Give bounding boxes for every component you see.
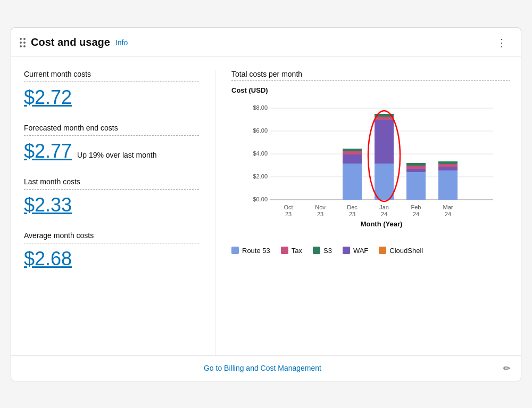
- current-month-label: Current month costs: [24, 70, 199, 78]
- bar-chart-svg: $8.00 $6.00 $4.00 $2.00 $0.00 Oct 23 Nov…: [231, 97, 510, 236]
- legend-color-waf: [343, 247, 350, 254]
- info-link[interactable]: Info: [115, 38, 128, 47]
- svg-text:$0.00: $0.00: [253, 196, 268, 202]
- forecasted-sub: Up 19% over last month: [77, 151, 156, 159]
- bar-jan24-tax: [375, 117, 394, 120]
- legend-label-s3: S3: [323, 247, 332, 255]
- bar-dec23-route53: [343, 164, 362, 200]
- bar-feb24-s3: [406, 163, 426, 166]
- edit-icon[interactable]: ✏: [503, 363, 510, 373]
- legend-label-waf: WAF: [353, 247, 368, 255]
- last-month-block: Last month costs $2.33: [24, 177, 199, 216]
- legend-label-route53: Route 53: [242, 247, 270, 255]
- svg-text:Month (Year): Month (Year): [361, 220, 403, 228]
- left-panel: Current month costs $2.72 Forecasted mon…: [24, 70, 215, 355]
- legend-waf: WAF: [343, 247, 368, 255]
- svg-text:Feb: Feb: [411, 204, 421, 210]
- legend-color-s3: [313, 247, 320, 254]
- last-month-value[interactable]: $2.33: [24, 194, 199, 216]
- bar-dec23-waf: [343, 154, 362, 164]
- legend-cloudshell: CloudShell: [379, 247, 423, 255]
- widget-header: Cost and usage Info ⋮: [11, 28, 521, 57]
- bar-feb24-tax: [406, 166, 426, 169]
- average-block: Average month costs $2.68: [24, 231, 199, 270]
- svg-text:24: 24: [445, 211, 451, 217]
- bar-mar24-tax: [438, 164, 458, 167]
- bar-feb24-route53: [406, 172, 426, 200]
- last-month-label: Last month costs: [24, 177, 199, 186]
- bar-mar24-s3: [438, 161, 458, 164]
- y-axis-title: Cost (USD): [231, 86, 510, 94]
- svg-text:$4.00: $4.00: [253, 150, 268, 157]
- svg-text:$2.00: $2.00: [253, 173, 268, 179]
- legend-route53: Route 53: [231, 247, 270, 255]
- legend-s3: S3: [313, 247, 332, 255]
- bar-dec23-s3: [343, 149, 362, 151]
- average-label: Average month costs: [24, 231, 199, 240]
- widget-body: Current month costs $2.72 Forecasted mon…: [11, 57, 521, 355]
- legend-color-route53: [231, 247, 239, 254]
- bar-jan24-route53: [375, 164, 394, 200]
- svg-text:23: 23: [349, 211, 355, 217]
- bar-mar24-route53: [438, 170, 458, 200]
- svg-text:23: 23: [285, 211, 292, 217]
- svg-text:24: 24: [381, 211, 387, 217]
- legend-color-cloudshell: [379, 247, 386, 254]
- bar-feb24-waf: [406, 169, 426, 172]
- svg-text:Nov: Nov: [315, 204, 326, 210]
- forecasted-row: $2.77 Up 19% over last month: [24, 140, 199, 162]
- legend-tax: Tax: [281, 247, 302, 255]
- svg-text:Mar: Mar: [443, 204, 453, 210]
- svg-text:$6.00: $6.00: [253, 127, 268, 134]
- chart-container: $8.00 $6.00 $4.00 $2.00 $0.00 Oct 23 Nov…: [231, 97, 510, 236]
- cost-usage-widget: Cost and usage Info ⋮ Current month cost…: [11, 27, 521, 381]
- widget-title: Cost and usage: [31, 36, 110, 48]
- widget-footer: Go to Billing and Cost Management ✏: [11, 355, 521, 381]
- current-month-block: Current month costs $2.72: [24, 70, 199, 109]
- average-value[interactable]: $2.68: [24, 248, 199, 270]
- drag-handle[interactable]: [20, 38, 26, 47]
- more-options-icon[interactable]: ⋮: [493, 35, 510, 50]
- forecasted-value[interactable]: $2.77: [24, 140, 72, 162]
- header-left: Cost and usage Info: [20, 36, 128, 48]
- svg-text:Jan: Jan: [379, 204, 389, 210]
- svg-text:Dec: Dec: [347, 204, 358, 210]
- chart-section-title: Total costs per month: [231, 70, 510, 78]
- legend-label-tax: Tax: [292, 247, 302, 255]
- legend-label-cloudshell: CloudShell: [389, 247, 423, 255]
- svg-text:24: 24: [413, 211, 419, 217]
- legend-color-tax: [281, 247, 288, 254]
- bar-jan24-waf: [375, 120, 394, 164]
- bar-mar24-waf: [438, 167, 458, 170]
- svg-text:23: 23: [317, 211, 323, 217]
- svg-text:$8.00: $8.00: [253, 104, 268, 111]
- current-month-value[interactable]: $2.72: [24, 86, 199, 109]
- right-panel: Total costs per month Cost (USD) $8.00 $…: [226, 70, 510, 355]
- billing-link[interactable]: Go to Billing and Cost Management: [22, 364, 503, 372]
- svg-text:Oct: Oct: [284, 204, 293, 210]
- forecasted-block: Forecasted month end costs $2.77 Up 19% …: [24, 124, 199, 162]
- bar-dec23-tax: [343, 151, 362, 154]
- forecasted-label: Forecasted month end costs: [24, 124, 199, 132]
- chart-legend: Route 53 Tax S3 WAF CloudShell: [231, 247, 510, 255]
